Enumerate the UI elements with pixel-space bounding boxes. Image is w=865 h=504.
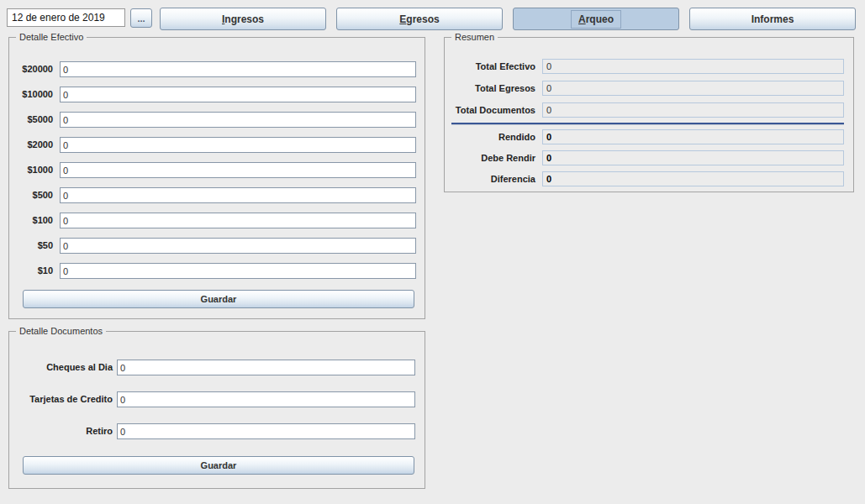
denomination-label: $2000 <box>9 137 53 153</box>
denomination-label: $10 <box>9 263 53 279</box>
resumen-panel: Resumen Total Efectivo0Total Egresos0Tot… <box>444 37 854 192</box>
date-input[interactable] <box>7 8 125 27</box>
summary-field-debe-rendir: 0 <box>542 150 844 165</box>
summary-total-label: Total Documentos <box>445 102 535 118</box>
summary-separator <box>451 123 844 124</box>
summary-total-row: Total Documentos0 <box>445 102 853 118</box>
documento-row: Cheques al Dia <box>9 360 425 375</box>
denomination-row: $100 <box>9 213 425 228</box>
summary-result-label: Rendido <box>445 129 535 145</box>
summary-field-total-egresos: 0 <box>542 81 844 96</box>
documento-input-retiro[interactable] <box>117 423 415 439</box>
summary-result-label: Debe Rendir <box>445 150 535 166</box>
denomination-row: $1000 <box>9 162 425 178</box>
denomination-label: $500 <box>9 187 53 203</box>
detalle-documentos-panel: Detalle Documentos Guardar Cheques al Di… <box>8 331 425 489</box>
nav-button-label: Ingresos <box>214 10 272 29</box>
summary-field-rendido: 0 <box>542 129 844 144</box>
denomination-label: $5000 <box>9 112 53 128</box>
documento-input-tarjetas-de-credito[interactable] <box>117 391 415 407</box>
denomination-row: $10000 <box>9 87 425 102</box>
documento-input-cheques-al-dia[interactable] <box>117 360 415 375</box>
denomination-input-2000[interactable] <box>60 137 416 153</box>
nav-button-ingresos[interactable]: Ingresos <box>160 8 326 30</box>
denomination-row: $50 <box>9 238 425 254</box>
detalle-documentos-title: Detalle Documentos <box>16 325 106 337</box>
resumen-title: Resumen <box>451 31 498 43</box>
documento-row: Tarjetas de Credito <box>9 391 425 407</box>
summary-field-total-efectivo: 0 <box>542 59 844 74</box>
denomination-label: $1000 <box>9 162 53 178</box>
summary-result-row: Diferencia0 <box>445 171 853 187</box>
denomination-label: $20000 <box>9 61 53 77</box>
documento-label: Retiro <box>9 423 113 439</box>
detalle-efectivo-panel: Detalle Efectivo Guardar $20000$10000$50… <box>8 37 425 319</box>
documento-label: Tarjetas de Credito <box>9 391 113 407</box>
denomination-row: $500 <box>9 187 425 203</box>
guardar-documentos-button[interactable]: Guardar <box>23 456 414 475</box>
date-picker-button[interactable]: ... <box>130 8 152 28</box>
summary-total-label: Total Efectivo <box>445 59 535 75</box>
denomination-label: $10000 <box>9 87 53 102</box>
denomination-row: $5000 <box>9 112 425 128</box>
denomination-input-5000[interactable] <box>60 112 416 128</box>
denomination-input-500[interactable] <box>60 187 416 203</box>
denomination-row: $2000 <box>9 137 425 153</box>
summary-field-total-documentos: 0 <box>542 102 844 118</box>
nav-button-label: Informes <box>744 10 802 29</box>
documento-label: Cheques al Dia <box>9 360 113 375</box>
arqueo-window: { "toolbar": { "date_value": "12 de ener… <box>0 0 865 504</box>
denomination-row: $20000 <box>9 61 425 77</box>
denomination-label: $100 <box>9 213 53 228</box>
denomination-input-10[interactable] <box>60 263 416 279</box>
summary-result-row: Rendido0 <box>445 129 853 145</box>
documento-row: Retiro <box>9 423 425 439</box>
denomination-row: $10 <box>9 263 425 279</box>
denomination-label: $50 <box>9 238 53 254</box>
nav-button-egresos[interactable]: Egresos <box>336 8 503 30</box>
nav-button-label: Egresos <box>392 10 446 29</box>
summary-result-row: Debe Rendir0 <box>445 150 853 166</box>
denomination-input-1000[interactable] <box>60 162 416 178</box>
nav-button-arqueo[interactable]: Arqueo <box>513 8 679 30</box>
summary-field-diferencia: 0 <box>542 171 844 186</box>
denomination-input-10000[interactable] <box>60 87 416 102</box>
summary-total-row: Total Efectivo0 <box>445 59 853 75</box>
denomination-input-100[interactable] <box>60 213 416 228</box>
summary-total-row: Total Egresos0 <box>445 81 853 97</box>
guardar-efectivo-button[interactable]: Guardar <box>23 290 414 308</box>
denomination-input-20000[interactable] <box>60 61 416 77</box>
nav-button-label: Arqueo <box>571 10 621 29</box>
summary-total-label: Total Egresos <box>445 81 535 97</box>
denomination-input-50[interactable] <box>60 238 416 254</box>
summary-result-label: Diferencia <box>445 171 535 187</box>
detalle-efectivo-title: Detalle Efectivo <box>16 31 87 43</box>
nav-button-informes[interactable]: Informes <box>689 8 856 30</box>
